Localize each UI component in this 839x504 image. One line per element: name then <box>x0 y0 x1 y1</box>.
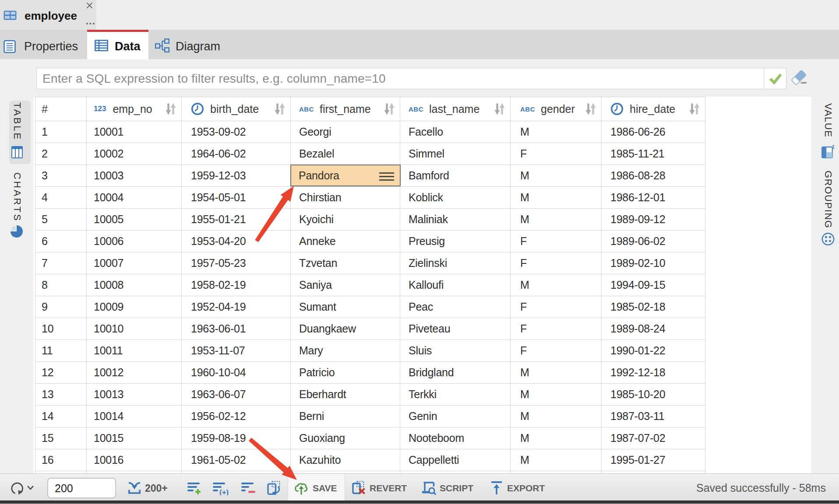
svg-text:(+): (+) <box>219 488 229 495</box>
